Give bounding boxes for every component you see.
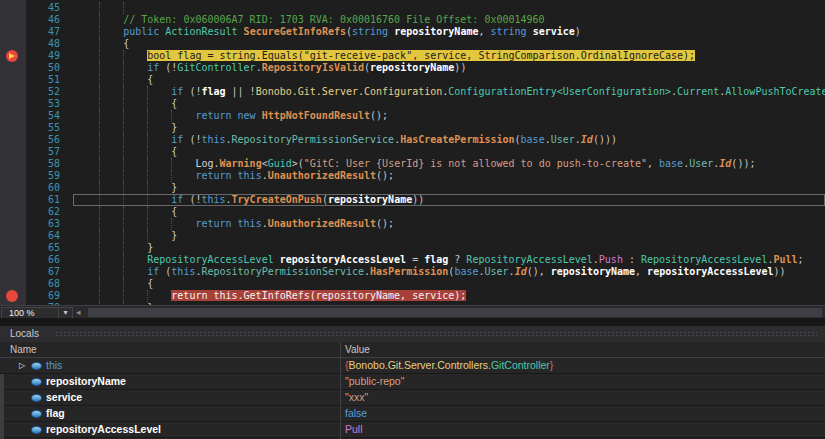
- code-line[interactable]: 60 }: [0, 182, 825, 194]
- indent: [75, 206, 171, 217]
- statement: // Token: 0x060006A7 RID: 1703 RVA: 0x00…: [123, 14, 544, 25]
- line-number: 53: [26, 98, 60, 110]
- code-text: {: [75, 98, 177, 110]
- line-number: 69: [26, 290, 60, 302]
- variable-icon: [31, 378, 42, 386]
- variable-name: repositoryAccessLevel: [46, 422, 161, 437]
- code-text: {: [75, 146, 177, 158]
- code-line[interactable]: 50 if (!GitController.RepositoryIsValid(…: [0, 62, 825, 74]
- code-text: if (!this.RepositoryPermissionService.Ha…: [75, 134, 617, 146]
- statement: {: [171, 98, 177, 109]
- code-line[interactable]: 61 if (!this.TryCreateOnPush(repositoryN…: [0, 194, 825, 206]
- code-line[interactable]: 51 {: [0, 74, 825, 86]
- code-text: return new HttpNotFoundResult();: [75, 110, 388, 122]
- indent: [75, 110, 195, 121]
- code-line[interactable]: 45: [0, 2, 825, 14]
- line-number: 60: [26, 182, 60, 194]
- variable-name: this: [46, 358, 62, 373]
- code-line[interactable]: 57 {: [0, 146, 825, 158]
- line-number: 66: [26, 254, 60, 266]
- horizontal-scrollbar[interactable]: 100 % ▾ ◂: [0, 305, 825, 318]
- chevron-down-icon: ▾: [63, 308, 67, 317]
- code-line[interactable]: 47 public ActionResult SecureGetInfoRefs…: [0, 26, 825, 38]
- line-number: 50: [26, 62, 60, 74]
- locals-title-bar[interactable]: Locals: [0, 326, 825, 342]
- line-number: 56: [26, 134, 60, 146]
- locals-header: Name Value: [0, 342, 825, 358]
- statement: }: [171, 230, 177, 241]
- current-statement-arrow-icon: [9, 53, 15, 59]
- code-text: Log.Warning<Guid>("GitC: User {UserId} i…: [75, 158, 755, 170]
- statement: if (!this.TryCreateOnPush(repositoryName…: [171, 194, 424, 205]
- variable-name: flag: [46, 406, 65, 421]
- variable-name: service: [46, 390, 82, 405]
- line-number: 59: [26, 170, 60, 182]
- indent: [75, 242, 147, 253]
- code-line[interactable]: 66 RepositoryAccessLevel repositoryAcces…: [0, 254, 825, 266]
- code-line[interactable]: 63 return this.UnauthorizedResult();: [0, 218, 825, 230]
- statement: RepositoryAccessLevel repositoryAccessLe…: [147, 254, 803, 265]
- indent: [75, 158, 195, 169]
- code-text: }: [75, 230, 177, 242]
- code-text: return this.UnauthorizedResult();: [75, 170, 394, 182]
- indent: [75, 266, 147, 277]
- code-text: {: [75, 278, 153, 290]
- breakpoint-current-statement-icon[interactable]: [6, 50, 18, 62]
- statement: return this.UnauthorizedResult();: [195, 218, 394, 229]
- code-line[interactable]: 46 // Token: 0x060006A7 RID: 1703 RVA: 0…: [0, 14, 825, 26]
- code-line[interactable]: 69 return this.GetInfoRefs(repositoryNam…: [0, 290, 825, 302]
- line-number: 63: [26, 218, 60, 230]
- indent: [75, 50, 147, 61]
- indent: [75, 134, 171, 145]
- code-line[interactable]: 58 Log.Warning<Guid>("GitC: User {UserId…: [0, 158, 825, 170]
- code-text: return this.GetInfoRefs(repositoryName, …: [75, 290, 466, 302]
- code-line[interactable]: 64 }: [0, 230, 825, 242]
- code-text: bool flag = string.Equals("git-receive-p…: [75, 50, 695, 62]
- column-separator[interactable]: [340, 342, 341, 439]
- statement: return this.GetInfoRefs(repositoryName, …: [171, 290, 466, 301]
- locals-row[interactable]: service"xxx": [0, 390, 825, 406]
- indent: [75, 2, 147, 13]
- code-line[interactable]: 56 if (!this.RepositoryPermissionService…: [0, 134, 825, 146]
- code-line[interactable]: 68 {: [0, 278, 825, 290]
- locals-row[interactable]: ▷this{Bonobo.Git.Server.Controllers.GitC…: [0, 358, 825, 374]
- code-line[interactable]: 48 {: [0, 38, 825, 50]
- locals-row[interactable]: repositoryAccessLevelPull: [0, 422, 825, 438]
- line-number: 47: [26, 26, 60, 38]
- debugger-window: 45 46 // Token: 0x060006A7 RID: 1703 RVA…: [0, 0, 825, 439]
- indent: [75, 14, 123, 25]
- column-header-name[interactable]: Name: [10, 342, 37, 357]
- line-number: 61: [26, 194, 60, 206]
- code-line[interactable]: 67 if (this.RepositoryPermissionService.…: [0, 266, 825, 278]
- code-line[interactable]: 62 {: [0, 206, 825, 218]
- statement: {: [147, 74, 153, 85]
- code-editor[interactable]: 45 46 // Token: 0x060006A7 RID: 1703 RVA…: [0, 0, 825, 305]
- statement: if (!GitController.RepositoryIsValid(rep…: [147, 62, 466, 73]
- expander-icon[interactable]: ▷: [19, 358, 25, 373]
- code-text: {: [75, 206, 177, 218]
- statement: {: [171, 146, 177, 157]
- code-line[interactable]: 54 return new HttpNotFoundResult();: [0, 110, 825, 122]
- code-line[interactable]: 52 if (!flag || !Bonobo.Git.Server.Confi…: [0, 86, 825, 98]
- breakpoint-icon[interactable]: [6, 290, 18, 302]
- indent: [75, 290, 171, 301]
- indent: [75, 74, 147, 85]
- code-line[interactable]: 53 {: [0, 98, 825, 110]
- code-line[interactable]: 49 bool flag = string.Equals("git-receiv…: [0, 50, 825, 62]
- locals-row[interactable]: flagfalse: [0, 406, 825, 422]
- indent: [75, 38, 123, 49]
- variable-value: false: [345, 406, 367, 421]
- scrollbar-thumb[interactable]: [88, 308, 822, 317]
- statement: }: [171, 182, 177, 193]
- code-line[interactable]: 65 }: [0, 242, 825, 254]
- indent: [75, 254, 147, 265]
- statement: }: [171, 122, 177, 133]
- code-text: if (!GitController.RepositoryIsValid(rep…: [75, 62, 466, 74]
- code-line[interactable]: 55 }: [0, 122, 825, 134]
- code-line[interactable]: 59 return this.UnauthorizedResult();: [0, 170, 825, 182]
- column-header-value[interactable]: Value: [345, 342, 370, 357]
- zoom-level: 100 %: [9, 308, 35, 318]
- statement: public ActionResult SecureGetInfoRefs(st…: [123, 26, 581, 37]
- statement: return this.UnauthorizedResult();: [195, 170, 394, 181]
- locals-row[interactable]: repositoryName"public-repo": [0, 374, 825, 390]
